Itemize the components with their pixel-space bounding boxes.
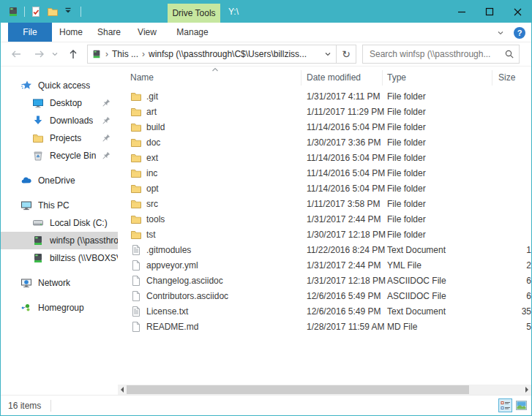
thumbnails-view-button[interactable] — [514, 398, 528, 412]
date-modified-cell: 11/22/2016 8:24 PM — [307, 245, 385, 255]
file-row[interactable]: tools1/31/2017 2:44 PMFile folder — [118, 211, 531, 227]
search-input[interactable] — [370, 49, 504, 59]
folder-icon — [32, 132, 44, 144]
file-name: .gitmodules — [146, 245, 191, 255]
minimize-button[interactable] — [448, 1, 476, 23]
type-cell: YML File — [387, 260, 422, 271]
file-row[interactable]: art1/11/2017 11:29 PMFile folder — [118, 104, 531, 119]
sidebar-item-winfsp-passthrough[interactable]: winfsp (\\passthrough — [1, 232, 118, 249]
type-cell: Text Document — [387, 306, 446, 317]
column-header-date-modified[interactable]: Date modified — [307, 72, 361, 83]
column-divider[interactable] — [301, 70, 301, 86]
file-row[interactable]: inc11/14/2016 5:04 PMFile folder — [118, 165, 531, 181]
file-explorer-window: Drive Tools Y:\ File Home Share View Man… — [0, 0, 532, 416]
close-button[interactable] — [503, 1, 531, 23]
ribbon-tab-row: File Home Share View Manage ? — [1, 23, 531, 42]
file-name-cell: Changelog.asciidoc — [130, 273, 299, 288]
maximize-button[interactable] — [476, 1, 503, 23]
scrollbar-thumb[interactable] — [127, 385, 469, 394]
address-dropdown-caret-icon[interactable] — [320, 50, 336, 58]
folder-icon — [130, 137, 142, 148]
up-button[interactable] — [67, 48, 79, 60]
drive-tools-contextual-tab[interactable]: Drive Tools — [168, 4, 220, 23]
sidebar-item-downloads[interactable]: Downloads — [1, 112, 118, 129]
file-row[interactable]: doc1/30/2017 3:36 PMFile folder — [118, 135, 531, 150]
scroll-left-arrow-icon[interactable] — [118, 385, 127, 395]
help-icon[interactable]: ? — [514, 27, 525, 39]
sidebar-item-homegroup[interactable]: Homegroup — [1, 299, 118, 317]
tab-share[interactable]: Share — [90, 23, 128, 42]
column-divider[interactable] — [492, 70, 492, 86]
date-modified-cell: 11/14/2016 5:04 PM — [307, 122, 385, 132]
sidebar-item-billziss-vboxsvr[interactable]: billziss (\\VBOXSVR) — [1, 249, 118, 267]
details-view-button[interactable] — [498, 398, 512, 412]
file-row[interactable]: appveyor.yml1/31/2017 2:44 PMYML File2 — [118, 257, 531, 273]
file-row[interactable]: .git1/31/2017 4:11 PMFile folder — [118, 88, 531, 104]
file-row[interactable]: ext11/14/2016 5:04 PMFile folder — [118, 150, 531, 165]
sidebar-item-onedrive[interactable]: OneDrive — [1, 172, 118, 189]
refresh-button[interactable]: ↻ — [337, 45, 356, 64]
file-name: .git — [146, 91, 158, 102]
customize-qat-caret-icon[interactable] — [64, 6, 75, 18]
pin-icon — [102, 116, 111, 125]
address-bar[interactable]: › This ... › winfsp (\\passthrough\C$\Us… — [87, 45, 337, 64]
sidebar-item-this-pc[interactable]: This PC — [1, 197, 118, 214]
new-folder-button[interactable] — [47, 6, 59, 18]
forward-button[interactable] — [34, 48, 45, 60]
file-generic-icon — [130, 321, 142, 333]
window-title: Y:\ — [228, 1, 239, 23]
file-row[interactable]: opt11/14/2016 5:04 PMFile folder — [118, 181, 531, 196]
file-row[interactable]: License.txt12/6/2016 5:49 PMText Documen… — [118, 303, 531, 319]
file-row[interactable]: .gitmodules11/22/2016 8:24 PMText Docume… — [118, 242, 531, 257]
date-modified-cell: 1/28/2017 11:59 AM — [307, 322, 385, 332]
tab-home[interactable]: Home — [52, 23, 90, 42]
file-row[interactable]: README.md1/28/2017 11:59 AMMD File5 — [118, 319, 531, 334]
column-header-size[interactable]: Size — [498, 72, 515, 83]
date-modified-cell: 1/30/2017 3:36 PM — [307, 137, 381, 148]
scroll-right-arrow-icon[interactable] — [522, 385, 531, 395]
size-cell: 6 — [462, 276, 531, 286]
file-name-cell: build — [130, 119, 299, 135]
search-icon[interactable] — [504, 49, 514, 59]
tab-manage[interactable]: Manage — [166, 23, 219, 42]
sidebar-item-recycle-bin[interactable]: Recycle Bin — [1, 147, 118, 164]
column-header-type[interactable]: Type — [387, 72, 406, 83]
file-row[interactable]: src1/11/2017 3:58 PMFile folder — [118, 196, 531, 211]
sidebar-item-local-disk-c[interactable]: Local Disk (C:) — [1, 214, 118, 232]
horizontal-scrollbar[interactable] — [118, 385, 531, 395]
file-row[interactable]: Changelog.asciidoc1/31/2017 12:18 PMASCI… — [118, 273, 531, 288]
file-name-cell: tst — [130, 227, 299, 242]
file-row[interactable]: build11/14/2016 5:04 PMFile folder — [118, 119, 531, 135]
sidebar-item-projects[interactable]: Projects — [1, 129, 118, 147]
back-button[interactable] — [10, 48, 22, 60]
properties-button[interactable] — [30, 6, 42, 18]
sidebar-item-network[interactable]: Network — [1, 274, 118, 292]
size-cell: 35 — [462, 306, 531, 317]
folder-icon — [130, 198, 142, 210]
recent-locations-caret-icon[interactable] — [51, 50, 59, 58]
file-name: inc — [146, 168, 157, 178]
column-divider[interactable] — [382, 70, 383, 86]
sidebar-item-label: Homegroup — [38, 303, 84, 313]
collapse-ribbon-caret-icon[interactable] — [496, 29, 505, 37]
breadcrumb-current-folder[interactable]: winfsp (\\passthrough\C$\Users\billziss.… — [149, 49, 320, 59]
type-cell: File folder — [387, 153, 426, 163]
sidebar-item-desktop[interactable]: Desktop — [1, 94, 118, 112]
file-row[interactable]: Contributors.asciidoc12/6/2016 5:49 PMAS… — [118, 288, 531, 303]
file-row[interactable]: tst1/30/2017 12:18 PMFile folder — [118, 227, 531, 242]
view-toggle-buttons — [498, 398, 528, 412]
search-box[interactable] — [362, 45, 520, 64]
size-cell: 2 — [462, 260, 531, 271]
sidebar-item-quick-access[interactable]: Quick access — [1, 77, 118, 94]
type-cell: File folder — [387, 168, 426, 178]
date-modified-cell: 11/14/2016 5:04 PM — [307, 184, 385, 194]
sidebar-item-label: winfsp (\\passthrough — [50, 235, 118, 246]
date-modified-cell: 1/30/2017 12:18 PM — [307, 230, 386, 240]
network-drive-icon — [32, 252, 44, 264]
breadcrumb-this-pc[interactable]: This ... — [112, 49, 138, 59]
tab-view[interactable]: View — [128, 23, 166, 42]
file-name-cell: src — [130, 196, 299, 211]
file-name-cell: opt — [130, 181, 299, 196]
tab-file[interactable]: File — [8, 23, 52, 42]
column-header-name[interactable]: Name — [130, 72, 154, 83]
